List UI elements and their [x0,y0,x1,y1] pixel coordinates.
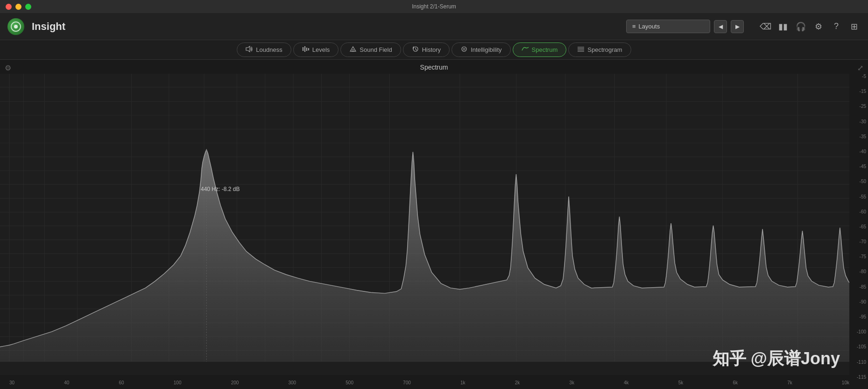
pause-icon[interactable]: ▮▮ [776,20,790,33]
x-label-8: 1k [460,380,466,385]
chart-settings-icon[interactable]: ⚙ [5,64,11,72]
spectrogram-icon [577,46,585,54]
y-label-18: -105 [852,344,866,349]
x-label-12: 5k [678,380,684,385]
settings-icon[interactable]: ⚙ [812,20,825,33]
y-label-12: -75 [852,254,866,259]
y-label-5: -40 [852,149,866,154]
window-title: Insight 2/1-Serum [412,3,456,10]
x-label-6: 500 [346,380,353,385]
main-content: ⚙ Spectrum ⤢ [0,60,868,389]
y-label-19: -110 [852,360,866,365]
x-label-14: 7k [787,380,792,385]
tab-soundfield-label: Sound Field [360,46,392,53]
svg-rect-3 [306,48,307,51]
y-axis: -5 -15 -25 -30 -35 -40 -45 -50 -55 -60 -… [850,74,868,380]
tab-levels[interactable]: Levels [293,42,339,57]
svg-point-7 [463,48,465,50]
svg-rect-4 [308,48,309,50]
headphones-icon[interactable]: ⌫ [759,20,772,33]
headset-icon[interactable]: 🎧 [794,20,807,33]
window-controls [6,4,31,10]
logo-icon [11,21,21,32]
y-label-2: -25 [852,104,866,109]
x-label-0: 30 [9,380,14,385]
y-label-16: -95 [852,314,866,319]
tab-spectrum[interactable]: Spectrum [513,42,567,57]
spectrum-chart [0,74,849,375]
tab-spectrogram-label: Spectrogram [587,46,622,53]
y-label-4: -35 [852,134,866,139]
y-label-10: -65 [852,224,866,229]
x-label-11: 4k [624,380,629,385]
intelligibility-icon [460,46,468,54]
y-label-13: -80 [852,269,866,274]
levels-icon [302,46,310,54]
tab-history[interactable]: History [403,42,450,57]
tab-bar: Loudness Levels Sound Field History Inte… [0,40,868,60]
y-label-7: -50 [852,179,866,184]
y-label-11: -70 [852,239,866,244]
x-label-9: 2k [515,380,520,385]
layouts-dropdown[interactable]: ≡ Layouts [626,20,710,33]
svg-rect-2 [304,46,305,52]
tab-loudness[interactable]: Loudness [237,42,291,57]
x-label-13: 6k [733,380,738,385]
x-label-2: 60 [119,380,124,385]
chart-title: Spectrum [420,64,448,71]
y-label-1: -15 [852,89,866,94]
x-label-5: 300 [288,380,296,385]
tab-loudness-label: Loudness [256,46,282,53]
header-icons: ⌫ ▮▮ 🎧 ⚙ ? ⊞ [759,20,861,33]
spectrum-icon [522,46,529,54]
help-icon[interactable]: ? [830,20,843,33]
svg-marker-0 [246,46,250,52]
resize-icon[interactable]: ⊞ [847,20,861,33]
app-name: Insight [32,21,65,33]
x-axis: 30 40 60 100 200 300 500 700 1k 2k 3k 4k… [0,376,849,389]
y-label-14: -85 [852,284,866,290]
y-label-15: -90 [852,299,866,304]
tab-spectrogram[interactable]: Spectrogram [568,42,631,57]
chart-area[interactable]: 440 Hz: -8.2 dB [0,74,849,375]
prev-layout-button[interactable]: ◀ [714,20,727,33]
history-icon [412,46,419,54]
y-label-20: -115 [852,375,866,380]
x-label-10: 3k [569,380,574,385]
header-bar: Insight ≡ Layouts ◀ ▶ ⌫ ▮▮ 🎧 ⚙ ? ⊞ [0,13,868,40]
x-label-1: 40 [64,380,69,385]
y-label-9: -60 [852,209,866,214]
y-label-6: -45 [852,164,866,169]
x-label-3: 100 [174,380,182,385]
y-label-17: -100 [852,329,866,334]
y-label-3: -30 [852,119,866,124]
next-layout-button[interactable]: ▶ [731,20,744,33]
tab-intelligibility-label: Intelligibility [471,46,501,53]
tab-levels-label: Levels [312,46,330,53]
x-label-4: 200 [231,380,239,385]
app-logo [7,18,24,35]
soundfield-icon [349,46,357,54]
layouts-section: ≡ Layouts ◀ ▶ [626,20,744,33]
close-button[interactable] [6,4,12,10]
tab-spectrum-label: Spectrum [532,46,558,53]
tab-soundfield[interactable]: Sound Field [340,42,401,57]
y-label-0: -5 [852,74,866,79]
layouts-label: Layouts [639,23,660,30]
tab-history-label: History [422,46,441,53]
svg-rect-1 [303,47,303,51]
loudness-icon [246,46,253,54]
maximize-button[interactable] [25,4,31,10]
x-label-15: 10k [842,380,849,385]
y-label-8: -55 [852,194,866,199]
expand-icon[interactable]: ⤢ [857,64,863,72]
x-label-7: 700 [403,380,411,385]
title-bar: Insight 2/1-Serum [0,0,868,13]
svg-point-6 [462,47,466,51]
hamburger-icon: ≡ [632,23,636,30]
minimize-button[interactable] [15,4,21,10]
tab-intelligibility[interactable]: Intelligibility [452,42,510,57]
